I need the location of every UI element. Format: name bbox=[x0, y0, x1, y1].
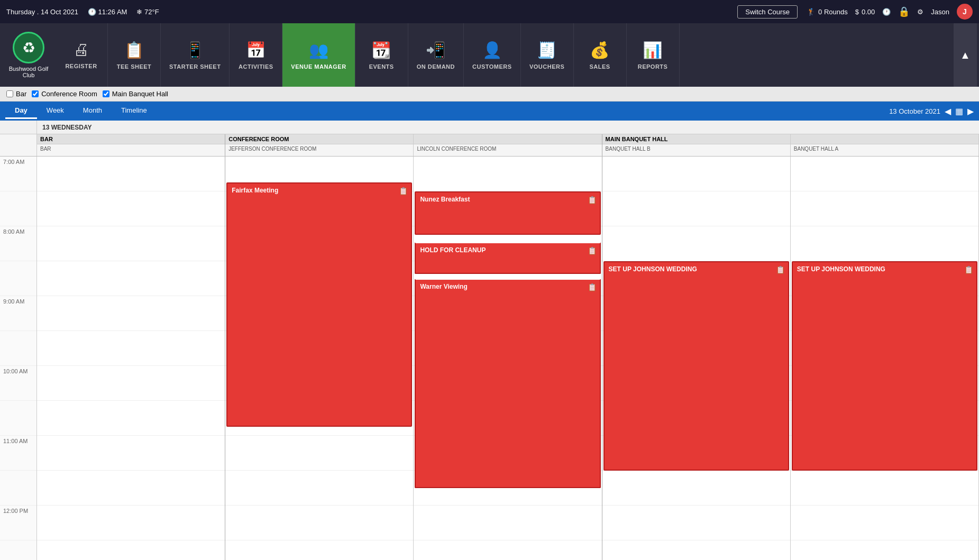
filter-bar-checkbox[interactable] bbox=[6, 90, 13, 97]
col-group-bar: BAR BAR bbox=[37, 134, 225, 156]
nav-bar: ♻ Bushwood Golf Club 🖨 REGISTER 📋 TEE SH… bbox=[0, 23, 979, 87]
username-display: Jason bbox=[931, 8, 949, 16]
warner-viewing-title: Warner Viewing bbox=[420, 283, 467, 290]
jefferson-sub-header: JEFFERSON CONFERENCE ROOM bbox=[225, 144, 413, 153]
nav-item-sales[interactable]: 💰 SALES bbox=[574, 23, 627, 87]
warner-viewing-event[interactable]: Warner Viewing 📋 bbox=[415, 279, 600, 488]
time-1030 bbox=[0, 401, 36, 436]
tab-week[interactable]: Week bbox=[37, 103, 74, 119]
activities-icon: 📅 bbox=[246, 41, 266, 59]
schedule-area: 13 WEDNESDAY BAR BAR CONFERENCE ROOM JEF… bbox=[0, 121, 979, 560]
clock-icon: 🕐 bbox=[882, 8, 891, 16]
date-label-row: 13 WEDNESDAY bbox=[0, 121, 979, 134]
date-navigation: 13 October 2021 ◀ ▦ ▶ bbox=[889, 106, 974, 116]
starter-sheet-label: STARTER SHEET bbox=[169, 63, 221, 70]
bar-group-header: BAR bbox=[37, 134, 225, 144]
time-1100: 11:00 AM bbox=[0, 436, 36, 471]
avatar[interactable]: J bbox=[957, 4, 973, 20]
filter-bar-label[interactable]: Bar bbox=[16, 90, 26, 98]
filter-main-banquet-hall: Main Banquet Hall bbox=[103, 90, 168, 98]
main-banquet-group-header: MAIN BANQUET HALL bbox=[602, 134, 790, 144]
fairfax-meeting-icon: 📋 bbox=[399, 187, 408, 195]
tee-sheet-icon: 📋 bbox=[124, 41, 144, 59]
tab-month[interactable]: Month bbox=[74, 103, 112, 119]
nunez-breakfast-title: Nunez Breakfast bbox=[420, 196, 470, 203]
hold-cleanup-icon: 📋 bbox=[588, 246, 597, 255]
tab-day[interactable]: Day bbox=[5, 103, 37, 119]
tab-timeline[interactable]: Timeline bbox=[112, 103, 157, 119]
filter-conference-room-checkbox[interactable] bbox=[32, 90, 39, 97]
warner-viewing-icon: 📋 bbox=[588, 283, 597, 291]
current-date-display: 13 October 2021 bbox=[889, 107, 940, 115]
tee-sheet-label: TEE SHEET bbox=[117, 63, 152, 70]
time-1200: 12:00 PM bbox=[0, 506, 36, 540]
filter-conference-room: Conference Room bbox=[32, 90, 97, 98]
nav-item-register[interactable]: 🖨 REGISTER bbox=[55, 23, 108, 87]
register-icon: 🖨 bbox=[73, 41, 89, 59]
venue-manager-icon: 👥 bbox=[309, 41, 329, 59]
bar-sub-header: BAR bbox=[37, 144, 225, 153]
nav-item-events[interactable]: 📆 EVENTS bbox=[355, 23, 408, 87]
time-900: 9:00 AM bbox=[0, 296, 36, 331]
conf-spacer-header: - bbox=[414, 134, 601, 144]
vouchers-icon: 🧾 bbox=[537, 41, 557, 59]
club-name: Bushwood Golf Club bbox=[6, 66, 51, 78]
logo-icon[interactable]: ♻ bbox=[13, 32, 44, 63]
banquet-b-sub-header: BANQUET HALL B bbox=[602, 144, 790, 153]
nav-items: 🖨 REGISTER 📋 TEE SHEET 📱 STARTER SHEET 📅… bbox=[55, 23, 977, 87]
col-lincoln: - LINCOLN CONFERENCE ROOM bbox=[414, 134, 602, 156]
col-banquet-b: MAIN BANQUET HALL BANQUET HALL B bbox=[602, 134, 791, 156]
filter-main-banquet-hall-label[interactable]: Main Banquet Hall bbox=[112, 90, 168, 98]
nav-item-tee-sheet[interactable]: 📋 TEE SHEET bbox=[108, 23, 161, 87]
time-800: 8:00 AM bbox=[0, 226, 36, 261]
fairfax-meeting-event[interactable]: Fairfax Meeting 📋 bbox=[226, 182, 412, 427]
time-830 bbox=[0, 261, 36, 296]
switch-course-btn[interactable]: Switch Course bbox=[737, 5, 798, 19]
time-1130 bbox=[0, 471, 36, 506]
date-display: Thursday . 14 Oct 2021 bbox=[6, 8, 78, 16]
nav-item-on-demand[interactable]: 📲 ON DEMAND bbox=[408, 23, 464, 87]
events-label: EVENTS bbox=[369, 63, 394, 70]
sales-icon: 💰 bbox=[590, 41, 610, 59]
nav-item-customers[interactable]: 👤 CUSTOMERS bbox=[464, 23, 521, 87]
nav-item-vouchers[interactable]: 🧾 VOUCHERS bbox=[521, 23, 574, 87]
time-700: 7:00 AM bbox=[0, 157, 36, 191]
nunez-breakfast-event[interactable]: Nunez Breakfast 📋 bbox=[415, 191, 600, 235]
venue-manager-label: VENUE MANAGER bbox=[291, 63, 346, 70]
calendar-tabs: Day Week Month Timeline bbox=[5, 103, 157, 119]
reports-icon: 📊 bbox=[643, 41, 663, 59]
filter-conference-room-label[interactable]: Conference Room bbox=[41, 90, 97, 98]
time-930 bbox=[0, 331, 36, 366]
hold-cleanup-title: HOLD FOR CLEANUP bbox=[420, 246, 486, 254]
nav-item-starter-sheet[interactable]: 📱 STARTER SHEET bbox=[161, 23, 230, 87]
next-date-btn[interactable]: ▶ bbox=[967, 106, 974, 116]
johnson-wedding-a-event[interactable]: SET UP JOHNSON WEDDING 📋 bbox=[792, 261, 977, 471]
calendar-controls: Day Week Month Timeline 13 October 2021 … bbox=[0, 102, 979, 121]
lock-icon[interactable]: 🔒 bbox=[898, 6, 910, 17]
settings-icon[interactable]: ⚙ bbox=[917, 8, 923, 16]
nav-scroll-right[interactable]: ▲ bbox=[954, 23, 977, 87]
filter-main-banquet-hall-checkbox[interactable] bbox=[103, 90, 109, 97]
prev-date-btn[interactable]: ◀ bbox=[945, 106, 951, 116]
nav-item-activities[interactable]: 📅 ACTIVITIES bbox=[230, 23, 282, 87]
column-headers: BAR BAR CONFERENCE ROOM JEFFERSON CONFER… bbox=[0, 134, 979, 157]
johnson-wedding-b-event[interactable]: SET UP JOHNSON WEDDING 📋 bbox=[603, 261, 789, 471]
nav-item-venue-manager[interactable]: 👥 VENUE MANAGER bbox=[282, 23, 355, 87]
rounds-display: 🏌 0 Rounds bbox=[807, 8, 848, 16]
temp-display: ❄ 72°F bbox=[136, 8, 159, 16]
customers-icon: 👤 bbox=[482, 41, 502, 59]
lincoln-column: Nunez Breakfast 📋 HOLD FOR CLEANUP 📋 War… bbox=[414, 157, 602, 560]
hold-cleanup-event[interactable]: HOLD FOR CLEANUP 📋 bbox=[415, 242, 600, 274]
johnson-wedding-b-icon: 📋 bbox=[776, 265, 785, 274]
time-column: 7:00 AM 8:00 AM 9:00 AM 10:00 AM 11:00 A… bbox=[0, 157, 37, 560]
nav-item-reports[interactable]: 📊 REPORTS bbox=[627, 23, 680, 87]
logo-area: ♻ Bushwood Golf Club bbox=[2, 23, 55, 87]
schedule-grid: 7:00 AM 8:00 AM 9:00 AM 10:00 AM 11:00 A… bbox=[0, 157, 979, 560]
calendar-grid-btn[interactable]: ▦ bbox=[955, 106, 963, 116]
time-1230 bbox=[0, 540, 36, 560]
on-demand-label: ON DEMAND bbox=[417, 63, 455, 70]
top-bar: Thursday . 14 Oct 2021 🕐 11:26 AM ❄ 72°F… bbox=[0, 0, 979, 23]
time-display: 🕐 11:26 AM bbox=[88, 8, 127, 16]
time-1000: 10:00 AM bbox=[0, 366, 36, 401]
col-jefferson: CONFERENCE ROOM JEFFERSON CONFERENCE ROO… bbox=[225, 134, 414, 156]
